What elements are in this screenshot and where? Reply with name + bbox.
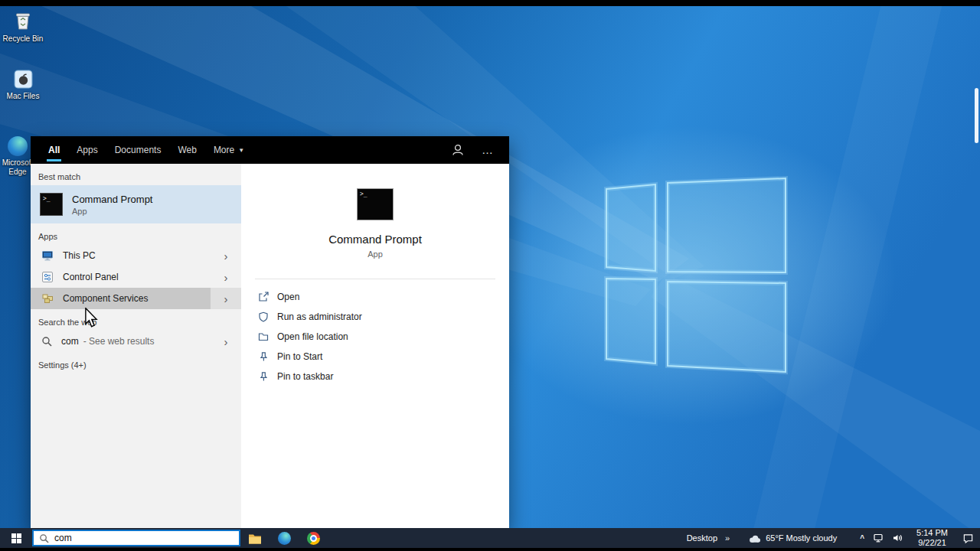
result-control-panel[interactable]: Control Panel › (31, 266, 241, 288)
best-match-text: Command Prompt App (72, 194, 152, 216)
chevron-right-icon[interactable]: › (211, 245, 241, 266)
this-pc-icon (41, 249, 54, 262)
tab-label: Apps (77, 145, 97, 155)
command-prompt-large-icon: >_ (357, 188, 394, 220)
scrollbar-thumb[interactable] (975, 88, 978, 143)
edge-icon (8, 136, 28, 156)
taskbar: Desktop » 65°F Mostly cloudy ^ (0, 528, 980, 548)
volume-icon[interactable] (892, 533, 903, 543)
taskbar-clock[interactable]: 5:14 PM 9/22/21 (916, 528, 948, 548)
best-match-subtitle: App (72, 207, 152, 216)
taskbar-search-input[interactable] (54, 533, 234, 543)
toolbar-overflow-icon[interactable]: » (725, 533, 730, 543)
open-icon (258, 292, 269, 302)
tab-label: All (48, 145, 60, 155)
tab-web[interactable]: Web (169, 136, 204, 164)
notification-icon (962, 533, 974, 544)
tab-label: Documents (115, 145, 162, 155)
taskbar-chrome-button[interactable] (299, 528, 328, 548)
result-this-pc[interactable]: This PC › (31, 245, 241, 266)
action-center-button[interactable] (956, 528, 980, 548)
web-suffix: - See web results (83, 336, 155, 347)
desktop-toolbar[interactable]: Desktop » (687, 533, 730, 543)
best-match-title: Command Prompt (72, 194, 152, 205)
action-pin-to-taskbar[interactable]: Pin to taskbar (241, 367, 509, 386)
system-tray: ^ (860, 533, 903, 543)
chevron-right-icon[interactable]: › (211, 288, 241, 309)
taskbar-edge-button[interactable] (270, 528, 299, 548)
shield-icon (258, 311, 269, 322)
tab-all[interactable]: All (40, 136, 68, 164)
preview-title: Command Prompt (328, 233, 422, 246)
desktop-icon-label: Recycle Bin (3, 34, 44, 44)
tab-documents[interactable]: Documents (106, 136, 170, 164)
action-open[interactable]: Open (241, 287, 509, 307)
command-prompt-icon: >_ (40, 193, 63, 216)
clock-time: 5:14 PM (916, 528, 948, 538)
tab-apps[interactable]: Apps (68, 136, 106, 164)
desktop-icon-label: Mac Files (7, 92, 40, 101)
windows-search-panel: All Apps Documents Web More ▼ (31, 136, 509, 528)
start-button[interactable] (0, 528, 32, 548)
letterbox-top (0, 0, 980, 6)
edge-icon (278, 532, 291, 545)
web-query: com (61, 336, 79, 347)
search-body: Best match >_ Command Prompt App Apps (31, 164, 509, 528)
action-run-as-administrator[interactable]: Run as administrator (241, 307, 509, 327)
taskbar-search-box[interactable] (32, 530, 240, 546)
action-pin-to-start[interactable]: Pin to Start (241, 347, 509, 367)
tab-more[interactable]: More ▼ (205, 136, 253, 164)
desktop-icon-recycle-bin[interactable]: Recycle Bin (2, 9, 44, 44)
screen: Recycle Bin Mac Files Microsoft Edge All (0, 0, 980, 551)
result-label: This PC (63, 250, 96, 261)
letterbox-bottom (0, 548, 980, 551)
search-results-list: Best match >_ Command Prompt App Apps (31, 164, 241, 528)
weather-widget[interactable]: 65°F Mostly cloudy (748, 533, 837, 543)
cloud-icon (748, 533, 761, 543)
search-icon (39, 533, 49, 543)
search-tabs: All Apps Documents Web More ▼ (31, 136, 253, 164)
preview-subtitle: App (368, 249, 383, 259)
action-label: Run as administrator (277, 311, 362, 322)
tab-label: More (214, 145, 234, 155)
network-icon[interactable] (873, 533, 884, 543)
chevron-right-icon[interactable]: › (211, 331, 241, 352)
search-icon (41, 336, 52, 347)
search-web-header: Search the web (31, 314, 241, 331)
weather-text: 65°F Mostly cloudy (766, 533, 837, 543)
action-open-file-location[interactable]: Open file location (241, 327, 509, 347)
tab-label: Web (178, 145, 196, 155)
user-account-icon[interactable] (451, 143, 465, 157)
search-header-actions: … (451, 143, 509, 157)
result-component-services[interactable]: Component Services › (31, 288, 241, 309)
chevron-down-icon: ▼ (238, 147, 244, 154)
desktop-toolbar-label: Desktop (687, 533, 717, 543)
search-header: All Apps Documents Web More ▼ (31, 136, 509, 164)
folder-icon (258, 331, 269, 342)
action-label: Pin to taskbar (277, 371, 333, 382)
component-services-icon (41, 292, 54, 305)
windows-logo-icon (11, 533, 21, 543)
action-label: Pin to Start (277, 351, 322, 362)
preview-actions: Open Run as administrator (241, 279, 509, 386)
chrome-icon (307, 532, 320, 545)
taskbar-file-explorer-button[interactable] (240, 528, 270, 548)
recycle-bin-icon (11, 9, 34, 32)
search-preview-panel: >_ Command Prompt App Open (241, 164, 509, 528)
action-label: Open (277, 292, 299, 302)
taskbar-right: Desktop » 65°F Mostly cloudy ^ (687, 528, 980, 548)
hidden-icons-button[interactable]: ^ (860, 534, 864, 543)
best-match-result-command-prompt[interactable]: >_ Command Prompt App (31, 185, 241, 223)
desktop-icon-mac-files[interactable]: Mac Files (2, 69, 44, 101)
clock-date: 9/22/21 (918, 538, 946, 548)
settings-section-header[interactable]: Settings (4+) (31, 357, 241, 373)
chevron-right-icon[interactable]: › (211, 266, 241, 288)
more-options-icon[interactable]: … (482, 146, 494, 154)
action-label: Open file location (277, 331, 348, 342)
control-panel-icon (41, 271, 54, 283)
result-label: Control Panel (63, 272, 119, 282)
best-match-header: Best match (31, 168, 241, 185)
result-web-search[interactable]: com - See web results › (31, 331, 241, 352)
pin-icon (258, 351, 269, 362)
file-explorer-icon (248, 533, 262, 544)
